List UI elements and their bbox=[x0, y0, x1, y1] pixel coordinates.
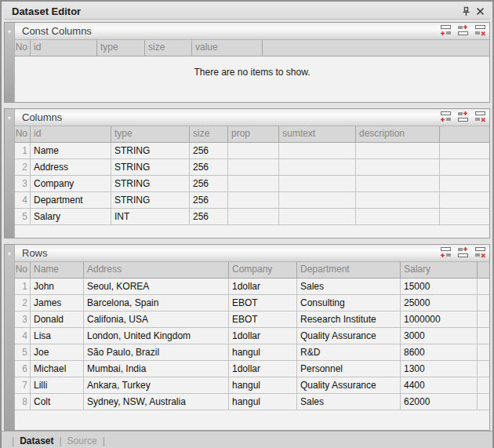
table-cell[interactable]: hangul bbox=[229, 394, 297, 410]
table-cell[interactable]: 1dollar bbox=[229, 279, 297, 294]
row-number-cell[interactable]: 8 bbox=[15, 394, 31, 410]
collapse-strip-columns[interactable]: ▾ bbox=[4, 108, 14, 239]
row-number-cell[interactable]: 6 bbox=[15, 361, 31, 377]
column-header[interactable]: Address bbox=[84, 262, 229, 278]
row-number-cell[interactable]: 2 bbox=[15, 159, 31, 175]
column-header[interactable]: id bbox=[31, 40, 97, 56]
table-row[interactable]: 1JohnSeoul, KOREA1dollarSales15000 bbox=[15, 279, 489, 295]
column-header[interactable]: id bbox=[31, 126, 111, 142]
table-cell[interactable]: 4400 bbox=[401, 377, 478, 393]
table-cell[interactable] bbox=[279, 176, 356, 191]
table-cell[interactable]: Donald bbox=[31, 311, 84, 327]
table-cell[interactable] bbox=[279, 143, 356, 158]
table-cell[interactable]: hangul bbox=[229, 344, 297, 360]
table-cell[interactable]: John bbox=[31, 279, 84, 294]
table-cell[interactable]: Michael bbox=[31, 361, 84, 377]
column-header[interactable]: size bbox=[190, 126, 228, 142]
collapse-strip-rows[interactable]: ▾ bbox=[4, 244, 14, 431]
table-cell[interactable]: 256 bbox=[190, 159, 228, 175]
column-header[interactable]: prop bbox=[228, 126, 279, 142]
table-cell[interactable]: EBOT bbox=[229, 311, 297, 327]
table-cell[interactable]: Quality Assurance bbox=[297, 328, 401, 344]
table-cell[interactable]: INT bbox=[111, 209, 190, 224]
table-row[interactable]: 5JoeSão Paulo, BrazilhangulR&D8600 bbox=[15, 344, 489, 361]
table-cell[interactable]: Lilli bbox=[31, 377, 84, 393]
table-cell[interactable] bbox=[228, 209, 279, 224]
add-item-button[interactable] bbox=[438, 247, 452, 259]
column-header[interactable]: Company bbox=[229, 262, 297, 278]
table-cell[interactable]: Lisa bbox=[31, 328, 84, 344]
table-row[interactable]: 3CompanySTRING256 bbox=[15, 176, 489, 192]
row-number-cell[interactable]: 5 bbox=[15, 209, 31, 224]
table-cell[interactable]: Ankara, Turkey bbox=[84, 377, 229, 393]
table-cell[interactable] bbox=[228, 192, 279, 208]
table-cell[interactable] bbox=[279, 209, 356, 224]
column-header[interactable]: type bbox=[97, 40, 145, 56]
table-cell[interactable]: STRING bbox=[111, 192, 190, 208]
add-item-button[interactable] bbox=[438, 25, 452, 37]
insert-item-button[interactable] bbox=[456, 111, 469, 123]
table-cell[interactable]: Sales bbox=[297, 394, 401, 410]
table-cell[interactable]: Research Institute bbox=[297, 311, 401, 327]
table-row[interactable]: 2AddressSTRING256 bbox=[15, 159, 489, 176]
table-cell[interactable]: 8600 bbox=[401, 344, 478, 360]
table-cell[interactable]: STRING bbox=[111, 176, 190, 191]
table-cell[interactable]: 1300 bbox=[401, 361, 478, 377]
table-cell[interactable] bbox=[356, 192, 440, 208]
table-row[interactable]: 1NameSTRING256 bbox=[15, 143, 489, 159]
table-cell[interactable]: Personnel bbox=[297, 361, 401, 377]
row-number-cell[interactable]: 5 bbox=[15, 344, 31, 360]
column-header[interactable]: Salary bbox=[401, 262, 478, 278]
table-cell[interactable]: 3000 bbox=[401, 328, 478, 344]
table-cell[interactable]: Mumbai, India bbox=[84, 361, 229, 377]
delete-item-button[interactable] bbox=[473, 111, 486, 123]
pin-button[interactable] bbox=[459, 5, 473, 17]
table-row[interactable]: 2JamesBarcelona, SpainEBOTConsulting2500… bbox=[15, 295, 489, 311]
table-cell[interactable]: Sales bbox=[297, 279, 401, 294]
row-number-cell[interactable]: 4 bbox=[15, 192, 31, 208]
table-cell[interactable]: 62000 bbox=[401, 394, 478, 410]
table-cell[interactable]: 256 bbox=[190, 176, 228, 191]
table-cell[interactable] bbox=[356, 143, 440, 158]
table-cell[interactable]: Department bbox=[31, 192, 111, 208]
table-row[interactable]: 7LilliAnkara, TurkeyhangulQuality Assura… bbox=[15, 377, 489, 394]
table-cell[interactable]: EBOT bbox=[229, 295, 297, 311]
table-row[interactable]: 8ColtSydney, NSW, AustraliahangulSales62… bbox=[15, 394, 489, 410]
column-header[interactable]: Name bbox=[31, 262, 84, 278]
table-cell[interactable] bbox=[356, 159, 440, 175]
table-cell[interactable]: Sydney, NSW, Australia bbox=[84, 394, 229, 410]
table-row[interactable]: 6MichaelMumbai, India1dollarPersonnel130… bbox=[15, 361, 489, 377]
column-header[interactable]: description bbox=[356, 126, 440, 142]
tab-source[interactable]: Source bbox=[67, 435, 97, 446]
table-row[interactable]: 3DonaldCalifonia, USAEBOTResearch Instit… bbox=[15, 311, 489, 328]
table-cell[interactable]: Joe bbox=[31, 344, 84, 360]
table-cell[interactable]: STRING bbox=[111, 143, 190, 158]
column-header[interactable]: Department bbox=[297, 262, 401, 278]
row-number-cell[interactable]: 3 bbox=[15, 311, 31, 327]
table-cell[interactable]: 256 bbox=[190, 143, 228, 158]
table-cell[interactable] bbox=[228, 143, 279, 158]
delete-item-button[interactable] bbox=[473, 25, 486, 37]
row-number-cell[interactable]: 1 bbox=[15, 143, 31, 158]
column-header[interactable]: size bbox=[145, 40, 192, 56]
column-header[interactable]: No bbox=[15, 40, 31, 56]
table-cell[interactable]: Quality Assurance bbox=[297, 377, 401, 393]
table-cell[interactable]: hangul bbox=[229, 377, 297, 393]
table-cell[interactable] bbox=[356, 209, 440, 224]
row-number-cell[interactable]: 4 bbox=[15, 328, 31, 344]
table-cell[interactable]: 1dollar bbox=[229, 361, 297, 377]
insert-item-button[interactable] bbox=[456, 25, 469, 37]
table-cell[interactable]: Barcelona, Spain bbox=[84, 295, 229, 311]
column-header[interactable]: No bbox=[15, 262, 31, 278]
table-cell[interactable]: Name bbox=[31, 143, 111, 158]
table-cell[interactable]: London, United Kingdom bbox=[84, 328, 229, 344]
table-cell[interactable]: Colt bbox=[31, 394, 84, 410]
column-header[interactable]: No bbox=[15, 126, 31, 142]
table-cell[interactable]: STRING bbox=[111, 159, 190, 175]
column-header[interactable]: value bbox=[192, 40, 263, 56]
table-cell[interactable]: 1000000 bbox=[401, 311, 478, 327]
row-number-cell[interactable]: 1 bbox=[15, 279, 31, 294]
column-header[interactable]: sumtext bbox=[279, 126, 356, 142]
table-cell[interactable] bbox=[279, 192, 356, 208]
row-number-cell[interactable]: 3 bbox=[15, 176, 31, 191]
